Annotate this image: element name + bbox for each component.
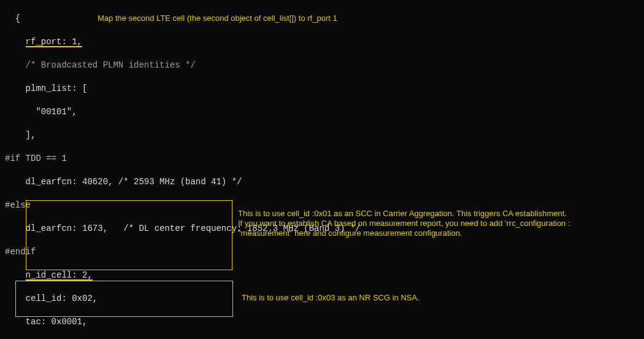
code-line: ], <box>0 130 644 141</box>
code-line: tac: 0x0001, <box>0 316 644 328</box>
code-line: dl_earfcn: 40620, /* 2593 MHz (band 41) … <box>0 176 644 188</box>
code-line: plmn_list: [ <box>0 83 644 95</box>
code-line: /* Broadcasted PLMN identities */ <box>0 60 644 71</box>
rf-port-line: rf_port: 1, <box>26 37 82 47</box>
annotation-rf-port: Map the second LTE cell (the second obje… <box>98 14 466 23</box>
annotation-scell-list: This is to use cell_id :0x01 as an SCC i… <box>238 209 581 238</box>
code-line: n_id_cell: 2, <box>0 270 644 281</box>
n-id-cell-line: n_id_cell: 2, <box>26 270 93 280</box>
preprocessor-if: #if TDD == 1 <box>0 153 644 165</box>
code-block: { rf_port: 1, /* Broadcasted PLMN identi… <box>0 0 644 339</box>
annotation-line: If you want to establish CA based on mea… <box>238 219 581 238</box>
code-line: rf_port: 1, <box>0 36 644 48</box>
annotation-en-dc-scg: This is to use cell_id :0x03 as an NR SC… <box>242 293 585 303</box>
preprocessor-endif: #endif <box>0 246 644 258</box>
code-line: "00101", <box>0 106 644 118</box>
highlight-box-scell-list <box>26 200 232 270</box>
annotation-line: This is to use cell_id :0x01 as an SCC i… <box>238 209 581 219</box>
